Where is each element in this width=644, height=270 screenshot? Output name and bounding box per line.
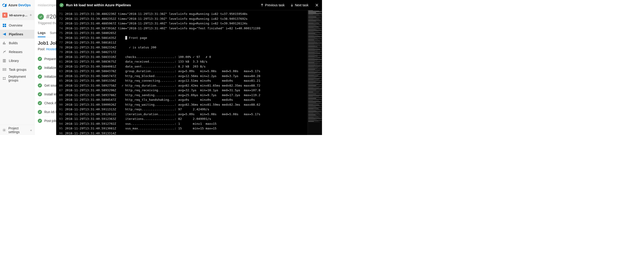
line-text: 2018-11-29T13:31:40.5912702Z vus........… <box>65 122 308 126</box>
brand-text: Azure DevOps <box>8 3 31 7</box>
line-text: 2018-11-29T13:31:38.4882230Z time="2018-… <box>65 12 308 16</box>
svg-rect-2 <box>3 26 4 27</box>
line-number: 80 <box>57 55 65 60</box>
log-line: 892018-11-29T13:31:40.5894547Z http_req_… <box>57 98 308 102</box>
log-line: 742018-11-29T13:31:40.5873916Z time="201… <box>57 26 308 31</box>
log-line: 752018-11-29T13:31:40.5880265Z <box>57 31 308 36</box>
log-line: 812018-11-29T13:31:40.5883675Z data_rece… <box>57 59 308 64</box>
svg-rect-7 <box>3 59 4 62</box>
log-line: 722018-11-29T13:31:39.4882352Z time="201… <box>57 16 308 21</box>
line-number: 84 <box>57 74 65 79</box>
line-text: 2018-11-29T13:31:40.5893788Z http_req_se… <box>65 93 308 98</box>
gear-icon <box>2 128 6 132</box>
log-line: 962018-11-29T13:31:40.5913314Z <box>57 131 308 135</box>
line-number: 76 <box>57 36 65 40</box>
sidebar-item-deployment-groups[interactable]: Deployment groups <box>0 74 34 83</box>
plus-icon[interactable]: + <box>30 13 32 18</box>
success-icon <box>38 92 42 96</box>
overview-icon <box>2 23 6 27</box>
overlay-body: 712018-11-29T13:31:38.4882230Z time="201… <box>56 10 322 135</box>
line-number: 85 <box>57 78 65 83</box>
azure-devops-icon <box>2 3 6 7</box>
pipelines-icon <box>2 32 6 36</box>
sidebar-item-library[interactable]: Library <box>0 56 34 65</box>
arrow-down-icon <box>290 3 294 7</box>
log-line: 842018-11-29T13:31:40.5885747Z http_req_… <box>57 74 308 79</box>
releases-icon <box>2 50 6 54</box>
svg-rect-1 <box>5 24 6 25</box>
line-number: 75 <box>57 31 65 36</box>
line-text: 2018-11-29T13:31:40.5885747Z http_req_bl… <box>65 74 308 79</box>
task-groups-icon <box>2 67 6 72</box>
line-number: 77 <box>57 40 65 45</box>
line-number: 82 <box>57 64 65 69</box>
line-number: 96 <box>57 131 65 135</box>
line-number: 95 <box>57 126 65 131</box>
collapse-icon[interactable]: « <box>30 128 32 132</box>
line-text: 2018-11-29T13:31:40.5913081Z vus_max....… <box>65 126 308 131</box>
line-number: 91 <box>57 107 65 112</box>
sidebar-item-overview[interactable]: Overview <box>0 21 34 30</box>
sidebar-item-label: Deployment groups <box>8 75 32 82</box>
line-text: 2018-11-29T13:31:40.5873916Z time="2018-… <box>65 26 308 31</box>
line-number: 93 <box>57 117 65 122</box>
line-text: 2018-11-29T13:31:40.5891330Z http_req_co… <box>65 78 308 83</box>
overlay-header: Run k6 load test within Azure Pipelines … <box>56 0 322 10</box>
project-avatar: K <box>2 12 8 18</box>
log-line: 732018-11-29T13:31:40.4885967Z time="201… <box>57 21 308 26</box>
success-icon <box>38 74 42 79</box>
log-line: 802018-11-29T13:31:40.5883310Z checks...… <box>57 55 308 60</box>
log-line: 882018-11-29T13:31:40.5893788Z http_req_… <box>57 93 308 98</box>
log-line: 772018-11-29T13:31:40.5881811Z <box>57 40 308 45</box>
line-text: 2018-11-29T13:31:40.5894547Z http_req_tl… <box>65 98 308 102</box>
line-number: 87 <box>57 88 65 93</box>
success-icon <box>38 57 42 61</box>
line-text: 2018-11-29T13:31:40.5912012Z iteration_d… <box>65 112 308 117</box>
close-icon <box>315 3 319 7</box>
next-task-button[interactable]: Next task <box>290 3 308 7</box>
overlay-title: Run k6 load test within Azure Pipelines <box>66 3 255 7</box>
project-settings[interactable]: Project settings « <box>0 125 34 135</box>
project-picker[interactable]: K k6-azure-pipelines-e... + <box>0 10 34 20</box>
log-line: 872018-11-29T13:31:40.5893298Z http_req_… <box>57 88 308 93</box>
line-text: 2018-11-29T13:31:40.5880265Z <box>65 31 308 36</box>
line-number: 71 <box>57 12 65 16</box>
brand[interactable]: Azure DevOps <box>0 0 34 10</box>
sidebar-item-builds[interactable]: Builds <box>0 39 34 47</box>
svg-rect-0 <box>3 24 4 25</box>
line-text: 2018-11-29T13:31:40.5881435Z █ Front pag… <box>65 36 308 40</box>
sidebar-item-task-groups[interactable]: Task groups <box>0 65 34 74</box>
sidebar-item-pipelines[interactable]: Pipelines <box>0 30 34 39</box>
line-number: 73 <box>57 21 65 26</box>
success-icon <box>38 119 42 123</box>
line-number: 89 <box>57 98 65 102</box>
line-text: 2018-11-29T13:31:40.5911313Z http_reqs..… <box>65 107 308 112</box>
sidebar-item-releases[interactable]: Releases <box>0 47 34 56</box>
line-text: 2018-11-29T13:31:40.5883310Z checks.....… <box>65 55 308 60</box>
project-settings-label: Project settings <box>8 126 28 134</box>
tab-logs[interactable]: Logs <box>38 29 46 37</box>
close-button[interactable] <box>315 3 319 7</box>
line-number: 79 <box>57 50 65 55</box>
log-line: 922018-11-29T13:31:40.5912012Z iteration… <box>57 112 308 117</box>
log-line: 832018-11-29T13:31:40.5884378Z group_dur… <box>57 69 308 74</box>
log-line: 792018-11-29T13:31:40.5882717Z <box>57 50 308 55</box>
svg-point-16 <box>4 130 5 130</box>
line-text: 2018-11-29T13:31:40.4885967Z time="2018-… <box>65 21 308 26</box>
line-number: 90 <box>57 102 65 107</box>
line-text: 2018-11-29T13:31:40.5882717Z <box>65 50 308 55</box>
previous-task-button[interactable]: Previous task <box>260 3 285 7</box>
line-number: 83 <box>57 69 65 74</box>
line-text: 2018-11-29T13:31:39.4882352Z time="2018-… <box>65 16 308 21</box>
line-text: 2018-11-29T13:31:40.5884378Z group_durat… <box>65 69 308 74</box>
line-text: 2018-11-29T13:31:40.5909926Z http_req_wa… <box>65 102 308 107</box>
log-content[interactable]: 712018-11-29T13:31:38.4882230Z time="201… <box>56 10 308 135</box>
library-icon <box>2 59 6 63</box>
line-text: 2018-11-29T13:31:40.5893298Z http_req_re… <box>65 88 308 93</box>
minimap[interactable] <box>308 10 322 135</box>
log-line: 942018-11-29T13:31:40.5912702Z vus......… <box>57 122 308 126</box>
log-line: 912018-11-29T13:31:40.5911313Z http_reqs… <box>57 107 308 112</box>
svg-rect-11 <box>3 70 6 71</box>
sidebar-item-label: Releases <box>9 50 22 54</box>
line-text: 2018-11-29T13:31:40.5882334Z ✓ is status… <box>65 45 308 50</box>
